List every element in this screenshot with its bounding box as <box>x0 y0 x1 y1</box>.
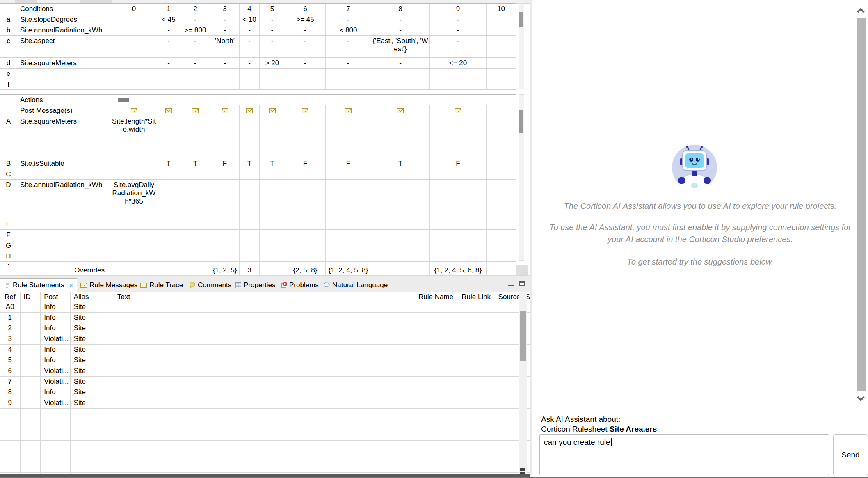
action-cell-F-6[interactable] <box>285 230 326 240</box>
condition-cell-e-7[interactable] <box>326 69 371 79</box>
action-cell-D-10[interactable] <box>487 180 516 219</box>
scroll-up-icon[interactable] <box>857 8 864 15</box>
statement-cell-ref[interactable] <box>0 409 21 419</box>
condition-cell-a-4[interactable]: < 10 <box>240 14 260 25</box>
statement-row[interactable] <box>0 451 530 462</box>
statement-cell-id[interactable] <box>21 409 41 419</box>
action-row-header-D[interactable]: D <box>0 180 17 219</box>
action-cell-G-9[interactable] <box>430 240 487 251</box>
action-cell-A-5[interactable] <box>260 116 285 158</box>
rule-column-header-3[interactable]: 3 <box>210 4 240 14</box>
action-cell-C-7[interactable] <box>326 169 371 179</box>
statement-cell-post[interactable] <box>41 451 70 462</box>
statement-cell-id[interactable] <box>21 398 41 408</box>
action-cell-C-1[interactable] <box>157 169 180 179</box>
statement-cell-ref[interactable] <box>0 462 21 472</box>
statement-row[interactable] <box>0 462 530 473</box>
statement-cell-rule_link[interactable] <box>458 334 495 344</box>
actions-vertical-scrollbar[interactable] <box>519 94 524 261</box>
statement-cell-rule_link[interactable] <box>458 430 495 440</box>
action-cell-D-0[interactable]: Site.avgDailyRadiation_kWh*365 <box>111 180 157 219</box>
statement-cell-text[interactable] <box>114 462 415 472</box>
action-cell-F-5[interactable] <box>260 230 285 240</box>
tab-comments[interactable]: Comments <box>185 278 235 292</box>
condition-cell-e-1[interactable] <box>157 69 180 79</box>
action-cell-F-4[interactable] <box>240 230 260 240</box>
condition-label-c[interactable]: Site.aspect <box>17 36 109 57</box>
statement-cell-ref[interactable]: 5 <box>0 355 21 366</box>
condition-cell-b-3[interactable]: - <box>210 25 240 35</box>
statements-scrollbar-thumb[interactable] <box>520 311 526 361</box>
action-cell-D-7[interactable] <box>326 180 371 219</box>
condition-cell-e-10[interactable] <box>487 69 516 79</box>
action-cell-A-9[interactable] <box>430 116 487 158</box>
condition-cell-a-9[interactable]: - <box>430 14 487 25</box>
condition-row-header-d[interactable]: d <box>0 58 17 68</box>
action-cell-G-2[interactable] <box>180 240 210 251</box>
statement-row[interactable]: 7Violati...Site <box>0 377 530 387</box>
condition-cell-f-5[interactable] <box>260 79 285 89</box>
condition-cell-c-5[interactable]: - <box>260 36 285 57</box>
action-cell-E-4[interactable] <box>240 219 260 229</box>
condition-cell-f-8[interactable] <box>371 79 430 89</box>
action-cell-D-8[interactable] <box>371 180 430 219</box>
envelope-icon[interactable] <box>131 108 137 113</box>
condition-cell-d-6[interactable]: - <box>285 58 326 68</box>
condition-cell-c-0[interactable] <box>111 36 157 57</box>
statement-cell-id[interactable] <box>21 366 41 376</box>
statement-cell-text[interactable] <box>114 366 415 376</box>
statements-column-header-id[interactable]: ID <box>21 292 41 302</box>
action-label-F[interactable] <box>17 230 109 240</box>
override-cell-ov-10[interactable] <box>487 265 516 275</box>
rule-column-header-2[interactable]: 2 <box>180 4 210 14</box>
action-cell-E-9[interactable] <box>430 219 487 229</box>
rule-column-header-6[interactable]: 6 <box>285 4 326 14</box>
action-cell-A-1[interactable] <box>157 116 180 158</box>
statement-cell-rule_name[interactable] <box>415 334 458 344</box>
action-row-header-E[interactable]: E <box>0 219 17 229</box>
condition-cell-a-6[interactable]: >= 45 <box>285 14 326 25</box>
envelope-icon[interactable] <box>192 108 199 113</box>
statement-cell-ref[interactable]: 4 <box>0 345 21 355</box>
envelope-icon[interactable] <box>222 108 228 113</box>
statement-cell-alias[interactable] <box>71 409 114 419</box>
statement-cell-ref[interactable]: 8 <box>0 387 21 398</box>
post-message-cell-2[interactable] <box>180 105 210 116</box>
statement-cell-ref[interactable]: A0 <box>0 302 21 312</box>
condition-cell-b-8[interactable]: - <box>371 25 430 35</box>
condition-cell-b-5[interactable]: - <box>260 25 285 35</box>
action-cell-C-5[interactable] <box>260 169 285 179</box>
statement-row[interactable]: 5InfoSite <box>0 355 530 366</box>
statement-cell-post[interactable]: Violati... <box>41 366 70 376</box>
statement-cell-text[interactable] <box>114 430 415 440</box>
statement-row[interactable] <box>0 419 530 430</box>
action-row-header-G[interactable]: G <box>0 240 17 251</box>
condition-cell-e-4[interactable] <box>240 69 260 79</box>
condition-cell-a-2[interactable]: - <box>180 14 210 25</box>
rule-column-header-10[interactable]: 10 <box>487 4 516 14</box>
conditions-scrollbar-thumb[interactable] <box>519 12 523 27</box>
action-cell-H-5[interactable] <box>260 251 285 261</box>
statement-cell-rule_name[interactable] <box>415 409 458 419</box>
assistant-message-input[interactable]: can you create rule <box>539 434 829 475</box>
statement-cell-post[interactable]: Info <box>41 355 70 366</box>
statement-cell-id[interactable] <box>21 345 41 355</box>
maximize-icon[interactable] <box>519 281 525 286</box>
statement-cell-post[interactable] <box>41 462 70 472</box>
statements-column-header-alias[interactable]: Alias <box>71 292 114 302</box>
statement-row[interactable]: 1InfoSite <box>0 313 530 323</box>
envelope-icon[interactable] <box>302 108 308 113</box>
condition-cell-f-0[interactable] <box>111 79 157 89</box>
statement-cell-post[interactable]: Violati... <box>41 377 70 387</box>
statement-cell-post[interactable] <box>41 409 70 419</box>
statement-row[interactable] <box>0 409 530 419</box>
statement-cell-alias[interactable]: Site <box>71 377 114 387</box>
condition-row-header-c[interactable]: c <box>0 36 17 57</box>
action-row-header-B[interactable]: B <box>0 158 17 169</box>
action-cell-D-6[interactable] <box>285 180 326 219</box>
tab-rule-messages[interactable]: Rule Messages <box>76 278 142 292</box>
condition-label-e[interactable] <box>17 69 109 79</box>
statement-cell-id[interactable] <box>21 323 41 334</box>
statement-cell-rule_link[interactable] <box>458 313 495 323</box>
condition-cell-a-7[interactable]: - <box>326 14 371 25</box>
